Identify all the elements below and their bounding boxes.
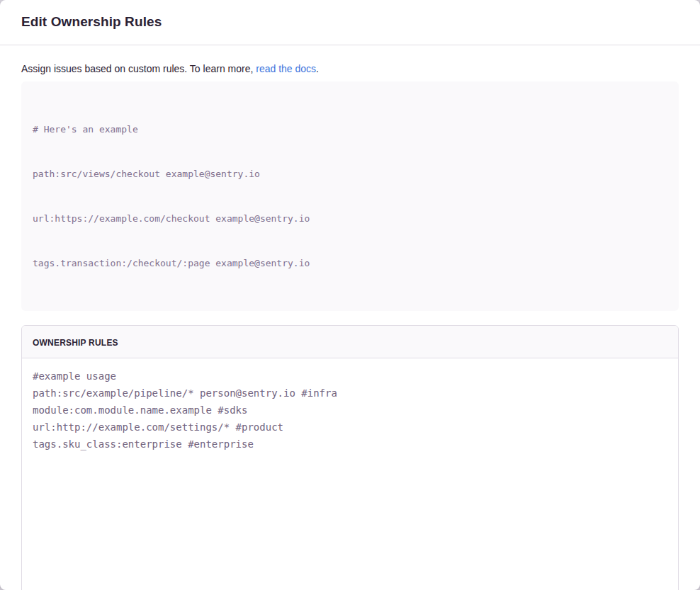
ownership-rules-panel-header: OWNERSHIP RULES xyxy=(22,326,678,358)
modal-header: Edit Ownership Rules xyxy=(0,0,700,45)
ownership-rules-textarea[interactable]: #example usage path:src/example/pipeline… xyxy=(22,358,678,590)
description-before-link: Assign issues based on custom rules. To … xyxy=(21,63,256,74)
panel-header-label: OWNERSHIP RULES xyxy=(33,338,118,348)
example-code-line: path:src/views/checkout example@sentry.i… xyxy=(33,166,667,181)
modal-body: Assign issues based on custom rules. To … xyxy=(0,45,700,590)
example-code-line: tags.transaction:/checkout/:page example… xyxy=(33,256,667,271)
description-after-link: . xyxy=(316,63,319,74)
example-code-block: # Here's an example path:src/views/check… xyxy=(21,81,679,311)
description-text: Assign issues based on custom rules. To … xyxy=(21,62,679,76)
edit-ownership-rules-modal: Edit Ownership Rules Assign issues based… xyxy=(0,0,700,590)
example-code-line: url:https://example.com/checkout example… xyxy=(33,211,667,226)
modal-title: Edit Ownership Rules xyxy=(21,14,679,30)
example-code-line: # Here's an example xyxy=(33,122,667,137)
ownership-rules-panel: OWNERSHIP RULES #example usage path:src/… xyxy=(21,325,679,590)
read-the-docs-link[interactable]: read the docs xyxy=(256,63,316,74)
